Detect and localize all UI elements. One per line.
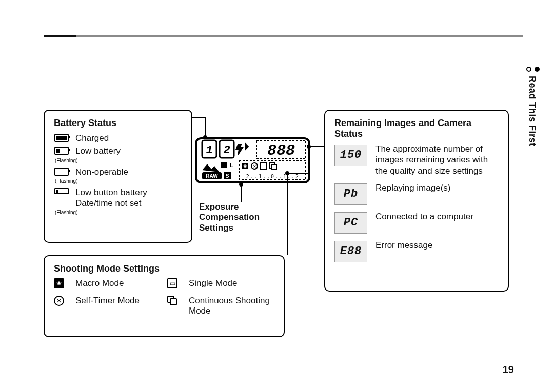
- remaining-pb-desc: Replaying image(s): [375, 182, 450, 205]
- remaining-pb-row: Pb Replaying image(s): [334, 182, 499, 205]
- lcd-s: S: [226, 173, 229, 179]
- shooting-title: Shooting Mode Settings: [54, 263, 274, 274]
- battery-button-row: Low button battery Date/time not set: [54, 187, 182, 209]
- remaining-err-value: E88: [334, 241, 367, 262]
- lcd-diagram: 1 2 888 L RAW S ❀ ✕: [195, 137, 310, 183]
- header-rule: [44, 35, 523, 37]
- battery-charged-label: Charged: [75, 133, 109, 143]
- self-timer-label: Self-Timer Mode: [75, 296, 161, 306]
- battery-low-icon: [54, 147, 69, 155]
- battery-title: Battery Status: [54, 118, 182, 129]
- side-tab: Read This First: [524, 67, 540, 147]
- shooting-mode-panel: Shooting Mode Settings ❀ Macro Mode ▭ Si…: [44, 255, 285, 337]
- macro-label: Macro Mode: [75, 278, 161, 288]
- page-number: 19: [503, 364, 514, 376]
- battery-charged-row: Charged: [54, 133, 182, 143]
- remaining-pb-value: Pb: [334, 183, 367, 205]
- single-label: Single Mode: [189, 278, 274, 288]
- exposure-label: ExposureCompensationSettings: [199, 202, 260, 233]
- remaining-panel: Remaining Images and Camera Status 150 T…: [324, 110, 509, 292]
- lcd-count: 888: [267, 142, 295, 159]
- remaining-err-desc: Error message: [375, 240, 432, 262]
- continuous-icon: [167, 296, 179, 307]
- svg-text:❀: ❀: [243, 163, 247, 169]
- battery-full-icon: [54, 134, 69, 142]
- svg-rect-14: [271, 164, 276, 170]
- battery-low-flashing: (Flashing): [55, 158, 182, 163]
- battery-nonop-flashing: (Flashing): [55, 178, 182, 184]
- dot-solid-icon: [535, 67, 540, 72]
- battery-button-flashing: (Flashing): [55, 210, 182, 215]
- battery-nonop-row: Non-operable: [54, 167, 182, 177]
- self-timer-icon: ✕: [54, 296, 64, 306]
- lcd-raw: RAW: [206, 173, 218, 179]
- lcd-l: L: [230, 162, 233, 168]
- remaining-err-row: E88 Error message: [334, 240, 499, 262]
- remaining-count-desc: The approximate number of images remaini…: [375, 143, 499, 176]
- button-battery-icon: [54, 188, 69, 194]
- remaining-pc-row: PC Connected to a computer: [334, 211, 499, 234]
- remaining-title: Remaining Images and Camera Status: [334, 118, 499, 139]
- lcd-box2: 2: [223, 144, 230, 157]
- macro-icon: ❀: [54, 278, 64, 288]
- remaining-count-value: 150: [334, 145, 367, 166]
- battery-empty-icon: [54, 168, 69, 176]
- single-icon: ▭: [167, 278, 177, 288]
- remaining-pc-value: PC: [334, 212, 367, 234]
- lcd-scale: 2..1..0..1..2: [246, 174, 300, 179]
- svg-rect-4: [221, 162, 227, 168]
- dot-hollow-icon: [526, 67, 531, 72]
- battery-status-panel: Battery Status Charged Low battery (Flas…: [44, 110, 192, 243]
- remaining-pc-desc: Connected to a computer: [375, 211, 473, 234]
- remaining-count-row: 150 The approximate number of images rem…: [334, 143, 499, 176]
- battery-low-row: Low battery: [54, 146, 182, 156]
- continuous-label: Continuous Shooting Mode: [189, 296, 274, 316]
- side-tab-label: Read This First: [527, 76, 538, 147]
- battery-nonop-label: Non-operable: [75, 167, 128, 177]
- svg-text:✕: ✕: [253, 164, 256, 169]
- svg-rect-12: [261, 163, 267, 169]
- battery-button-label: Low button battery Date/time not set: [75, 187, 182, 209]
- lcd-box1: 1: [206, 144, 212, 157]
- side-tab-dots: [526, 67, 540, 72]
- battery-low-label: Low battery: [75, 146, 121, 156]
